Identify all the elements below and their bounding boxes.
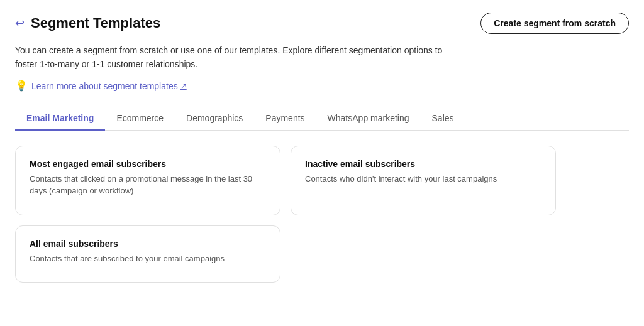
header-row: ↩ Segment Templates Create segment from … bbox=[15, 13, 629, 34]
card-all-subscribers[interactable]: All email subscribers Contacts that are … bbox=[15, 225, 280, 283]
learn-more-label: Learn more about segment templates bbox=[31, 81, 178, 91]
create-segment-button[interactable]: Create segment from scratch bbox=[480, 13, 629, 34]
card-most-engaged-desc: Contacts that clicked on a promotional m… bbox=[30, 173, 266, 197]
tab-sales[interactable]: Sales bbox=[421, 107, 465, 131]
card-all-subscribers-desc: Contacts that are subscribed to your ema… bbox=[30, 253, 266, 265]
card-inactive-title: Inactive email subscribers bbox=[305, 159, 541, 169]
page-description: You can create a segment from scratch or… bbox=[15, 44, 443, 71]
tab-demographics[interactable]: Demographics bbox=[175, 107, 254, 131]
page-title: Segment Templates bbox=[31, 15, 160, 31]
header-left: ↩ Segment Templates bbox=[15, 15, 160, 31]
card-inactive[interactable]: Inactive email subscribers Contacts who … bbox=[291, 146, 556, 215]
card-most-engaged-title: Most engaged email subscribers bbox=[30, 159, 266, 169]
tabs-row: Email Marketing Ecommerce Demographics P… bbox=[15, 107, 629, 131]
tab-payments[interactable]: Payments bbox=[254, 107, 316, 131]
card-all-subscribers-title: All email subscribers bbox=[30, 239, 266, 249]
back-icon[interactable]: ↩ bbox=[15, 18, 25, 29]
card-inactive-desc: Contacts who didn't interact with your l… bbox=[305, 173, 541, 185]
tab-ecommerce[interactable]: Ecommerce bbox=[105, 107, 175, 131]
cards-grid: Most engaged email subscribers Contacts … bbox=[15, 146, 556, 283]
learn-more-row: 💡 Learn more about segment templates ↗ bbox=[15, 80, 629, 92]
external-link-icon: ↗ bbox=[180, 82, 187, 90]
card-most-engaged[interactable]: Most engaged email subscribers Contacts … bbox=[15, 146, 280, 215]
learn-more-link[interactable]: Learn more about segment templates ↗ bbox=[31, 81, 187, 91]
lightbulb-icon: 💡 bbox=[15, 80, 28, 92]
tab-email-marketing[interactable]: Email Marketing bbox=[15, 107, 105, 131]
tab-whatsapp-marketing[interactable]: WhatsApp marketing bbox=[316, 107, 421, 131]
